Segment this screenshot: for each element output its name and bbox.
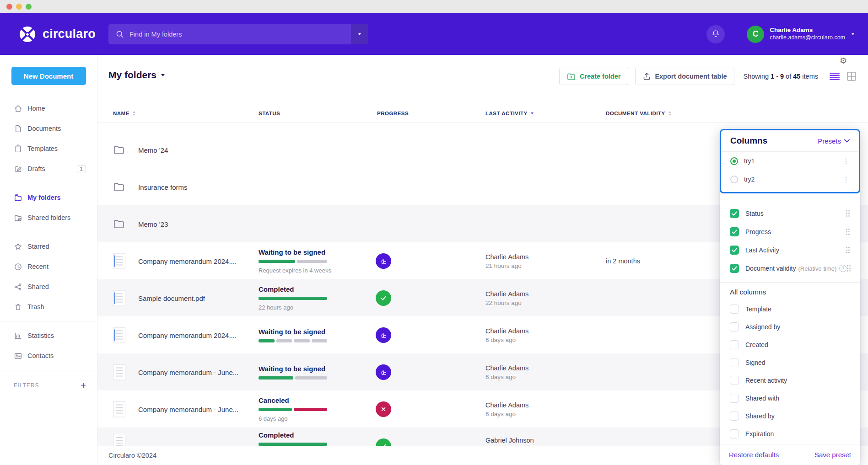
user-menu[interactable]: C Charlie Adams charlie.adams@circularo.… [747,26,854,43]
drag-handle-icon[interactable] [846,265,851,272]
row-status: Completed [259,431,368,446]
checkbox-unchecked-icon[interactable] [730,305,739,314]
restore-defaults-button[interactable]: Restore defaults [729,451,779,459]
checkbox-unchecked-icon[interactable] [730,394,739,403]
list-view-icon[interactable] [830,73,840,80]
brand-logo[interactable]: circularo [18,13,96,55]
sidebar-item-drafts[interactable]: Drafts1 [0,159,97,179]
checkbox-unchecked-icon[interactable] [730,358,739,367]
sidebar-item-label: Documents [27,125,61,132]
column-header-document-validity[interactable]: DOCUMENT VALIDITY [606,107,671,120]
progress-bar [259,408,327,411]
columns-panel-header: Columns Presets [721,130,859,151]
add-filter-button[interactable] [81,381,86,390]
checkbox-unchecked-icon[interactable] [730,429,739,438]
checkbox-unchecked-icon[interactable] [730,376,739,385]
sidebar-item-recent[interactable]: Recent [0,257,97,277]
search-input[interactable] [129,31,351,38]
column-toggle-assigned-by[interactable]: Assigned by [720,318,860,336]
filters-row: FILTERS [0,374,97,390]
table-settings-gear-icon[interactable]: ⚙ [840,56,847,65]
page-title-wrap[interactable]: My folders [108,69,165,80]
sign-badge-icon [376,253,391,269]
sidebar-divider [0,232,97,232]
column-toggle-recent-activity[interactable]: Recent activity [720,371,860,389]
column-toggle-last-activity[interactable]: Last Activity [720,241,860,259]
user-email: charlie.adams@circularo.com [770,34,845,42]
sidebar-item-documents[interactable]: Documents [0,118,97,139]
preset-option-try2[interactable]: try2⋮ [721,170,859,188]
column-header-label: STATUS [259,111,280,116]
progress-segment [297,260,327,263]
sign-badge-icon [376,327,391,343]
checkbox-unchecked-icon[interactable] [730,322,739,331]
sidebar-item-home[interactable]: Home [0,98,97,118]
checkbox-checked-icon[interactable] [730,227,739,236]
row-progress [376,364,391,380]
drag-handle-icon[interactable] [846,210,850,217]
sidebar-item-statistics[interactable]: Statistics [0,326,97,346]
search-scope-dropdown[interactable] [351,24,368,44]
folder-plus-icon [567,73,576,80]
column-toggle-shared-by[interactable]: Shared by [720,407,860,425]
column-header-name[interactable]: NAME [113,107,135,120]
sidebar-item-starred[interactable]: Starred [0,236,97,257]
preset-option-try1[interactable]: try1⋮ [721,152,859,170]
export-document-table-button[interactable]: Export document table [635,68,734,85]
progress-bar [259,376,327,379]
column-toggle-status[interactable]: Status [720,204,860,223]
sort-down-icon [669,114,671,116]
checkbox-checked-icon[interactable] [730,246,739,255]
column-toggle-label: Created [745,341,768,348]
radio-unselected-icon[interactable] [730,176,738,183]
column-toggle-signed[interactable]: Signed [720,353,860,371]
sidebar-item-templates[interactable]: Templates [0,139,97,159]
drag-handle-icon[interactable] [846,228,850,235]
column-toggle-progress[interactable]: Progress [720,223,860,241]
create-folder-button[interactable]: Create folder [559,68,628,85]
save-preset-button[interactable]: Save preset [814,451,851,459]
row-last-activity: Charlie Adams6 days ago [485,327,528,343]
toolbar: Create folder Export document table Show… [559,68,856,85]
column-header-last-activity[interactable]: LAST ACTIVITY [485,107,534,120]
document-thumbnail [113,364,125,380]
sidebar-item-my-folders[interactable]: My folders [0,187,97,208]
column-header-progress[interactable]: PROGRESS [377,107,409,120]
sidebar-item-trash[interactable]: Trash [0,297,97,317]
column-header-label: DOCUMENT VALIDITY [606,111,665,116]
progress-segment [259,260,295,263]
column-toggle-shared-with[interactable]: Shared with [720,389,860,407]
column-toggle-template[interactable]: Template [720,300,860,318]
sidebar-item-contacts[interactable]: Contacts [0,346,97,366]
help-icon[interactable] [839,265,846,272]
notifications-bell-icon[interactable] [706,25,725,43]
column-header-status[interactable]: STATUS [259,107,280,120]
checkbox-unchecked-icon[interactable] [730,412,739,421]
zoom-button[interactable] [26,4,32,10]
presets-toggle[interactable]: Presets [818,137,850,145]
checkbox-checked-icon[interactable] [730,264,739,273]
kebab-menu-icon[interactable]: ⋮ [842,157,850,166]
row-progress [376,290,391,306]
status-subtext: 6 days ago [259,415,368,422]
close-button[interactable] [6,4,12,10]
progress-segment [259,376,293,379]
columns-panel-title: Columns [730,136,767,146]
sidebar-item-shared[interactable]: Shared [0,277,97,297]
grid-view-icon[interactable] [847,72,856,81]
sidebar-item-shared-folders[interactable]: Shared folders [0,208,97,228]
drag-handle-icon[interactable] [846,246,850,254]
checkbox-unchecked-icon[interactable] [730,340,739,349]
column-toggle-expiration[interactable]: Expiration [720,425,860,443]
template-icon [14,144,23,153]
document-icon [14,124,23,133]
column-toggle-created[interactable]: Created [720,336,860,353]
radio-selected-icon[interactable] [730,157,738,165]
minimize-button[interactable] [16,4,22,10]
kebab-menu-icon[interactable]: ⋮ [842,175,850,184]
status-text: Waiting to be signed [259,248,368,256]
checkbox-checked-icon[interactable] [730,209,739,218]
column-toggle-document-validity[interactable]: Document validity(Relative time) [720,259,860,278]
sidebar-divider [0,370,97,370]
new-document-button[interactable]: New Document [11,67,86,85]
